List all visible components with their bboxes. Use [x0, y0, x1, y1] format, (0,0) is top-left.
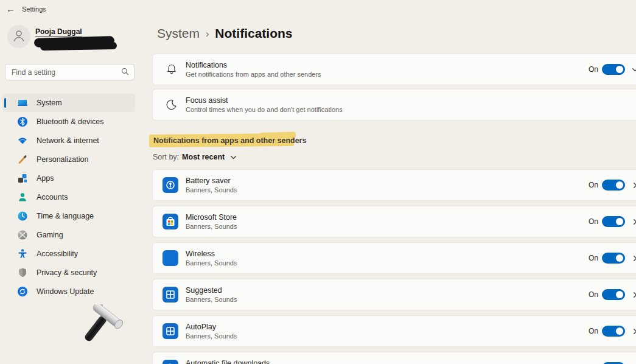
sidebar-item-gaming[interactable]: Gaming: [2, 226, 135, 244]
sidebar-item-apps[interactable]: Apps: [2, 169, 135, 187]
app-name: AutoPlay: [186, 323, 237, 331]
toggle-state-label: On: [584, 327, 598, 335]
window-title: Settings: [22, 5, 46, 13]
search-icon[interactable]: [121, 67, 129, 78]
app-notification-modes: Banners, Sounds: [186, 259, 237, 267]
window-grid-app-icon: [162, 323, 178, 339]
sidebar-item-label: Accessibility: [37, 250, 78, 258]
app-notification-modes: Banners, Sounds: [186, 332, 237, 340]
sort-value[interactable]: Most recent: [182, 153, 225, 161]
sidebar-item-label: Privacy & security: [37, 268, 97, 277]
chevron-right-icon[interactable]: [631, 218, 636, 226]
section-header: Notifications from apps and other sender…: [153, 136, 306, 145]
app-name: Microsoft Store: [186, 213, 237, 222]
chevron-down-icon[interactable]: [631, 66, 636, 74]
breadcrumb-parent[interactable]: System: [157, 26, 200, 41]
toggle-switch[interactable]: [602, 216, 625, 227]
sidebar-item-time-language[interactable]: Time & language: [2, 207, 135, 225]
bell-icon: [165, 63, 178, 75]
update-refresh-icon: [17, 286, 28, 297]
toggle-switch[interactable]: [602, 253, 625, 264]
sidebar-item-label: Personalization: [37, 155, 88, 164]
gamepad-icon: [17, 229, 28, 240]
app-name: Automatic file downloads: [186, 359, 270, 364]
notifications-setting-row[interactable]: Notifications Get notifications from app…: [152, 54, 636, 85]
breadcrumb-separator: ›: [206, 27, 209, 40]
sidebar-item-windows-update[interactable]: Windows Update: [2, 282, 135, 301]
sidebar-item-label: Bluetooth & devices: [37, 117, 104, 126]
wireless-app-icon: [162, 250, 178, 266]
redaction-scribble: [34, 36, 117, 51]
app-notification-row-automatic-file-downloads[interactable]: Automatic file downloads Banners, Sounds…: [152, 352, 636, 364]
app-notification-row-battery-saver[interactable]: Battery saver Banners, Sounds On: [152, 169, 636, 201]
battery-saver-app-icon: [162, 177, 178, 193]
setting-title: Focus assist: [186, 96, 343, 105]
app-name: Battery saver: [186, 177, 237, 185]
sidebar-item-label: Network & internet: [37, 136, 99, 145]
toggle-switch[interactable]: [602, 289, 625, 300]
app-notification-modes: Banners, Sounds: [186, 296, 237, 303]
sidebar-item-label: Accounts: [37, 193, 68, 201]
clock-icon: [17, 211, 28, 222]
search-box[interactable]: [5, 64, 135, 80]
sidebar-item-label: Gaming: [37, 231, 63, 239]
app-notification-modes: Banners, Sounds: [186, 223, 237, 230]
sidebar-item-bluetooth-devices[interactable]: Bluetooth & devices: [2, 113, 135, 131]
moon-icon: [165, 99, 178, 111]
focus-assist-setting-row[interactable]: Focus assist Control times when you do a…: [152, 89, 636, 121]
chevron-right-icon[interactable]: [631, 291, 636, 299]
apps-grid-icon: [17, 173, 28, 184]
toggle-switch[interactable]: [602, 64, 625, 75]
chevron-right-icon[interactable]: [631, 327, 636, 335]
sidebar-item-label: Apps: [37, 174, 54, 183]
sidebar-item-accounts[interactable]: Accounts: [2, 188, 135, 206]
person-outline-icon: [12, 28, 26, 45]
wifi-icon: [17, 135, 28, 146]
chevron-right-icon[interactable]: [631, 181, 636, 189]
cloud-download-app-icon: [162, 360, 178, 364]
sidebar-item-label: Time & language: [37, 212, 94, 220]
sidebar-item-label: System: [37, 99, 62, 107]
search-input[interactable]: [12, 68, 121, 77]
laptop-icon: [17, 97, 28, 108]
sort-by-dropdown[interactable]: Sort by: Most recent: [153, 153, 237, 161]
sidebar-item-label: Windows Update: [37, 287, 94, 296]
window-grid-app-icon: [162, 287, 178, 303]
brush-icon: [17, 154, 28, 165]
toggle-switch[interactable]: [602, 326, 625, 337]
app-notification-row-autoplay[interactable]: AutoPlay Banners, Sounds On: [152, 315, 636, 347]
toggle-switch[interactable]: [602, 180, 625, 191]
toggle-state-label: On: [584, 290, 598, 299]
toggle-state-label: On: [584, 217, 598, 226]
app-name: Wireless: [186, 250, 237, 258]
app-notification-modes: Banners, Sounds: [186, 186, 237, 194]
sort-label: Sort by:: [153, 153, 179, 161]
sidebar-item-accessibility[interactable]: Accessibility: [2, 245, 135, 263]
hammer-sticker: [75, 304, 123, 347]
back-arrow-icon[interactable]: ←: [6, 4, 15, 14]
setting-subtitle: Control times when you do and don't get …: [186, 106, 343, 113]
setting-title: Notifications: [186, 61, 321, 69]
shield-icon: [17, 267, 28, 278]
accessibility-person-icon: [17, 248, 28, 259]
sidebar-item-network-internet[interactable]: Network & internet: [2, 131, 135, 150]
setting-subtitle: Get notifications from apps and other se…: [186, 71, 321, 78]
sidebar-item-system[interactable]: System: [2, 94, 135, 112]
store-app-icon: [162, 214, 178, 229]
bluetooth-icon: [17, 116, 28, 127]
settings-window: ← Settings Pooja Duggal System Bluetooth…: [0, 0, 636, 364]
toggle-state-label: On: [584, 254, 598, 262]
sidebar-nav: System Bluetooth & devices Network & int…: [0, 93, 139, 301]
sidebar-item-personalization[interactable]: Personalization: [2, 150, 135, 169]
breadcrumb: System › Notifications: [157, 26, 293, 41]
app-name: Suggested: [186, 286, 237, 295]
sidebar-item-privacy-security[interactable]: Privacy & security: [2, 264, 135, 282]
app-notification-row-suggested[interactable]: Suggested Banners, Sounds On: [152, 279, 636, 310]
app-notification-row-wireless[interactable]: Wireless Banners, Sounds On: [152, 242, 636, 274]
avatar[interactable]: [7, 25, 30, 48]
chevron-right-icon[interactable]: [631, 254, 636, 262]
page-title: Notifications: [215, 26, 292, 41]
app-notification-row-microsoft-store[interactable]: Microsoft Store Banners, Sounds On: [152, 206, 636, 237]
chevron-down-icon[interactable]: [229, 153, 237, 161]
toggle-state-label: On: [584, 65, 598, 74]
